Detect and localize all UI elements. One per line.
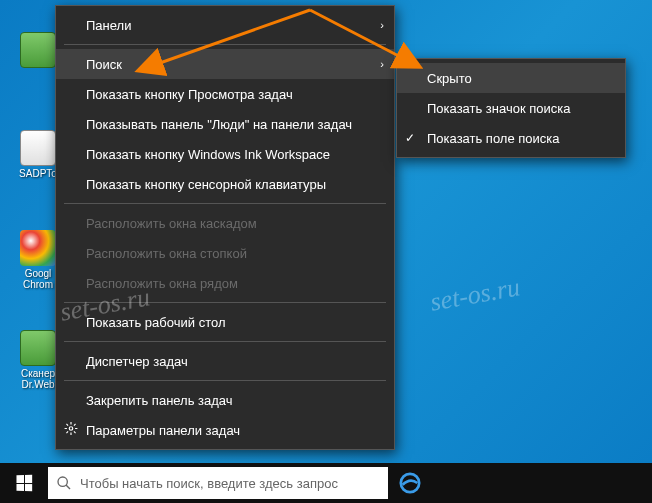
context-menu-item: Расположить окна стопкой <box>56 238 394 268</box>
chevron-right-icon: › <box>380 58 384 70</box>
context-menu-item[interactable]: Параметры панели задач <box>56 415 394 445</box>
submenu-item[interactable]: Показать значок поиска <box>397 93 625 123</box>
gear-icon <box>64 422 78 439</box>
menu-item-label: Закрепить панель задач <box>86 393 233 408</box>
taskbar-search-input[interactable]: Чтобы начать поиск, введите здесь запрос <box>48 467 388 499</box>
windows-logo-icon <box>16 475 32 492</box>
context-menu-item: Расположить окна каскадом <box>56 208 394 238</box>
context-menu-item[interactable]: Поиск› <box>56 49 394 79</box>
taskbar-context-menu: Панели›Поиск›Показать кнопку Просмотра з… <box>55 5 395 450</box>
menu-item-label: Поиск <box>86 57 122 72</box>
app-icon <box>20 330 56 366</box>
context-menu-item[interactable]: Панели› <box>56 10 394 40</box>
menu-separator <box>64 302 386 303</box>
app-icon <box>20 130 56 166</box>
search-placeholder: Чтобы начать поиск, введите здесь запрос <box>80 476 338 491</box>
menu-separator <box>64 203 386 204</box>
menu-item-label: Показать кнопку Просмотра задач <box>86 87 293 102</box>
context-menu-item[interactable]: Показать кнопку сенсорной клавиатуры <box>56 169 394 199</box>
menu-separator <box>64 380 386 381</box>
context-menu-item[interactable]: Показать кнопку Windows Ink Workspace <box>56 139 394 169</box>
edge-icon <box>399 472 421 494</box>
menu-item-label: Расположить окна рядом <box>86 276 238 291</box>
context-menu-item[interactable]: Диспетчер задач <box>56 346 394 376</box>
menu-item-label: Показать кнопку сенсорной клавиатуры <box>86 177 326 192</box>
app-icon <box>20 32 56 68</box>
menu-item-label: Панели <box>86 18 131 33</box>
start-button[interactable] <box>0 463 48 503</box>
svg-point-1 <box>58 477 67 486</box>
menu-item-label: Показать поле поиска <box>427 131 560 146</box>
svg-point-0 <box>69 427 73 431</box>
menu-item-label: Расположить окна каскадом <box>86 216 257 231</box>
check-icon: ✓ <box>405 131 415 145</box>
search-submenu: СкрытоПоказать значок поиска✓Показать по… <box>396 58 626 158</box>
menu-item-label: Показать значок поиска <box>427 101 571 116</box>
submenu-item[interactable]: ✓Показать поле поиска <box>397 123 625 153</box>
taskbar: Чтобы начать поиск, введите здесь запрос <box>0 463 652 503</box>
context-menu-item[interactable]: Закрепить панель задач <box>56 385 394 415</box>
menu-item-label: Показать кнопку Windows Ink Workspace <box>86 147 330 162</box>
menu-item-label: Показывать панель "Люди" на панели задач <box>86 117 352 132</box>
submenu-item[interactable]: Скрыто <box>397 63 625 93</box>
chrome-icon <box>20 230 56 266</box>
svg-line-2 <box>66 485 70 489</box>
menu-item-label: Показать рабочий стол <box>86 315 225 330</box>
menu-separator <box>64 44 386 45</box>
menu-item-label: Скрыто <box>427 71 472 86</box>
menu-item-label: Диспетчер задач <box>86 354 188 369</box>
context-menu-item[interactable]: Показать рабочий стол <box>56 307 394 337</box>
search-icon <box>56 475 72 491</box>
menu-separator <box>64 341 386 342</box>
taskbar-edge-icon[interactable] <box>388 463 432 503</box>
context-menu-item[interactable]: Показать кнопку Просмотра задач <box>56 79 394 109</box>
context-menu-item: Расположить окна рядом <box>56 268 394 298</box>
menu-item-label: Расположить окна стопкой <box>86 246 247 261</box>
menu-item-label: Параметры панели задач <box>86 423 240 438</box>
context-menu-item[interactable]: Показывать панель "Люди" на панели задач <box>56 109 394 139</box>
chevron-right-icon: › <box>380 19 384 31</box>
